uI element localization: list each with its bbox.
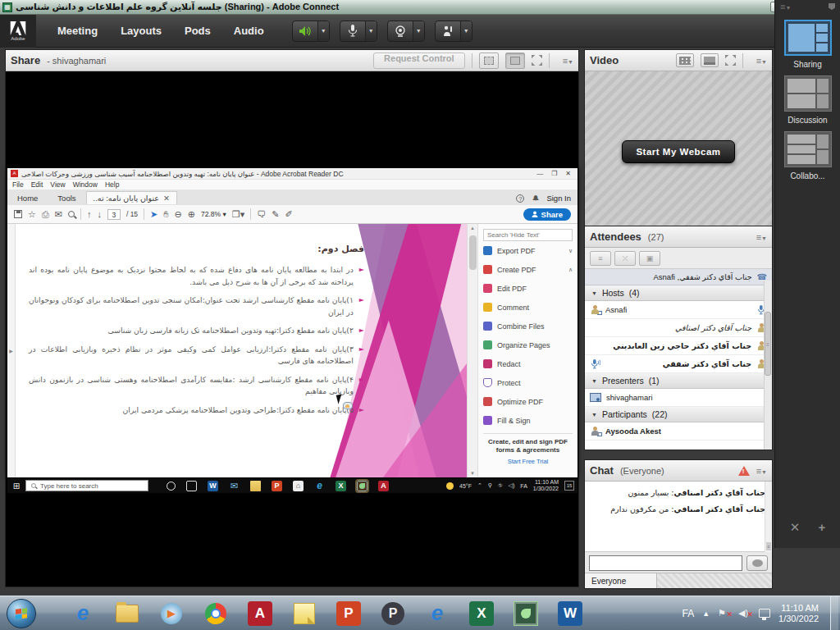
zoom-level-dropdown[interactable]: 72.8% ▾: [201, 210, 226, 218]
pdf-help-icon[interactable]: ?: [516, 194, 524, 203]
speaker-dropdown[interactable]: ▼: [317, 21, 329, 41]
tool-protect[interactable]: Protect: [483, 373, 573, 392]
chat-scrollbar[interactable]: ≡: [765, 482, 772, 552]
scroll-up-icon[interactable]: ▲: [470, 226, 475, 231]
pdf-sign-in[interactable]: Sign In: [546, 194, 571, 203]
tray-network-icon[interactable]: ⛗: [498, 482, 503, 489]
tray-volume-icon[interactable]: ◁): [509, 482, 515, 489]
pdf-notifications-icon[interactable]: 🔔︎: [532, 194, 539, 203]
shared-clock[interactable]: 11:10 AM 1/30/2022: [533, 479, 559, 492]
mail-icon[interactable]: ✉: [55, 209, 62, 220]
pdf-menu-window[interactable]: Window: [73, 180, 98, 189]
page-down-icon[interactable]: ↓: [97, 209, 102, 219]
internet-explorer-icon[interactable]: e: [71, 601, 95, 626]
volume-muted-icon[interactable]: ◀)✕: [738, 608, 751, 619]
attendee-row[interactable]: shivaghamari: [585, 389, 772, 407]
share-view-fit-button[interactable]: [505, 52, 525, 69]
chat-tab-everyone[interactable]: Everyone: [585, 573, 657, 588]
share-view-original-button[interactable]: [479, 52, 499, 69]
fullscreen-icon[interactable]: [725, 55, 736, 66]
filmstrip-view-button[interactable]: [676, 53, 694, 67]
close-layout-icon[interactable]: ✕: [790, 520, 801, 535]
webcam-button[interactable]: ▼: [387, 21, 425, 42]
mail-icon[interactable]: ✉: [229, 481, 240, 491]
powerpoint-icon[interactable]: P: [336, 601, 361, 626]
star-icon[interactable]: ☆: [28, 209, 36, 220]
speaker-button[interactable]: ▼: [292, 21, 330, 42]
comment-icon[interactable]: 🗨︎: [257, 209, 266, 219]
pdf-nav-pane-handle[interactable]: ▶: [7, 224, 16, 477]
tray-mic-icon[interactable]: ⚲: [488, 482, 492, 489]
tool-export-pdf[interactable]: Export PDF∨: [483, 241, 573, 260]
adobe-connect-icon[interactable]: [514, 601, 538, 626]
group-participants[interactable]: ▼ Participants (22): [585, 407, 772, 422]
tool-organize-pages[interactable]: Organize Pages: [483, 336, 573, 354]
page-view-icon[interactable]: ❐▾: [232, 209, 244, 220]
video-pod-menu-icon[interactable]: ≡▼: [756, 56, 767, 66]
start-webcam-button[interactable]: Start My Webcam: [622, 140, 734, 163]
group-presenters[interactable]: ▼ Presenters (1): [585, 373, 772, 389]
pin-icon[interactable]: [829, 3, 835, 10]
attendee-row[interactable]: جناب آقاي دكتر اصنافي: [585, 319, 772, 337]
tool-optimize-pdf[interactable]: Optimize PDF: [483, 392, 573, 411]
attendee-list-view-button[interactable]: ≡: [590, 251, 611, 266]
page-up-icon[interactable]: ↑: [87, 209, 92, 219]
pdf-vertical-scrollbar[interactable]: ▲ ▼: [467, 224, 477, 477]
microphone-button[interactable]: ▼: [340, 21, 377, 42]
sidebar-menu-icon[interactable]: ≡▼: [780, 2, 791, 11]
pdf-tab-tools[interactable]: Tools: [48, 192, 85, 204]
weather-icon[interactable]: [446, 482, 454, 490]
breakout-view-button[interactable]: ⤬: [614, 251, 636, 266]
pdf-menu-edit[interactable]: Edit: [31, 180, 43, 189]
word-icon[interactable]: W: [208, 481, 218, 491]
layout-sharing[interactable]: Sharing: [775, 20, 840, 69]
collapse-arrow-icon[interactable]: ▼: [591, 412, 597, 418]
pdf-tab-document[interactable]: ✕ عنوان پایان نامه: ته..: [86, 191, 177, 204]
notification-center-icon[interactable]: 15: [564, 481, 574, 491]
tool-create-pdf[interactable]: Create PDF∧: [483, 260, 573, 279]
request-control-button[interactable]: Request Control: [373, 52, 465, 69]
select-tool-icon[interactable]: ➤: [150, 209, 158, 220]
chat-warning-icon[interactable]: [738, 466, 750, 476]
scrollbar-thumb[interactable]: ≡: [765, 312, 771, 376]
print-icon[interactable]: ⎙: [42, 209, 49, 220]
start-button[interactable]: [7, 599, 36, 628]
webcam-dropdown[interactable]: ▼: [413, 21, 424, 41]
media-player-icon[interactable]: ▶: [159, 601, 184, 626]
tool-combine-files[interactable]: Combine Files: [483, 317, 573, 336]
raise-hand-dropdown[interactable]: ▼: [460, 21, 472, 41]
layout-collaboration[interactable]: Collabo...: [775, 131, 840, 180]
hand-tool-icon[interactable]: ✋︎: [163, 209, 168, 220]
microphone-dropdown[interactable]: ▼: [365, 21, 377, 41]
shared-start-button[interactable]: ⊞: [7, 482, 25, 491]
edge-icon[interactable]: e: [314, 481, 325, 491]
excel-icon[interactable]: X: [469, 601, 494, 626]
layout-collaboration-thumbnail[interactable]: [784, 131, 832, 167]
pdf-minimize-button[interactable]: —: [536, 170, 543, 177]
file-explorer-icon[interactable]: [250, 481, 261, 491]
internet-explorer-2-icon[interactable]: e: [425, 601, 450, 626]
raise-hand-button[interactable]: ▼: [435, 21, 472, 42]
language-indicator[interactable]: FA: [682, 608, 694, 619]
shared-search-box[interactable]: Type here to search: [25, 480, 148, 491]
weather-temp[interactable]: 45°F: [459, 483, 472, 489]
scroll-down-icon[interactable]: ▼: [470, 471, 475, 476]
excel-icon[interactable]: X: [336, 481, 346, 491]
menu-layouts[interactable]: Layouts: [121, 25, 162, 37]
attendee-row[interactable]: جناب آقاي دكتر حاجي زين العابديني: [585, 337, 772, 355]
store-icon[interactable]: ⌂: [293, 481, 304, 491]
tray-chevron-icon[interactable]: ⌃: [477, 482, 482, 489]
page-number-input[interactable]: 3: [107, 209, 121, 220]
psiphon-icon[interactable]: P: [381, 601, 405, 626]
share-pod-menu-icon[interactable]: ≡▼: [563, 56, 573, 66]
collapse-arrow-icon[interactable]: ▼: [591, 378, 597, 384]
journal-icon[interactable]: [292, 601, 317, 626]
chat-send-button[interactable]: [746, 555, 768, 571]
cortana-icon[interactable]: [167, 482, 176, 491]
pencil-icon[interactable]: ✎: [272, 209, 279, 220]
pdf-menu-view[interactable]: View: [50, 180, 65, 189]
layout-sharing-thumbnail[interactable]: [784, 20, 832, 56]
attendee-row[interactable]: Aysooda Akest: [585, 422, 772, 441]
scrollbar-thumb[interactable]: [469, 235, 477, 270]
highlighter-icon[interactable]: ✐: [285, 209, 292, 220]
